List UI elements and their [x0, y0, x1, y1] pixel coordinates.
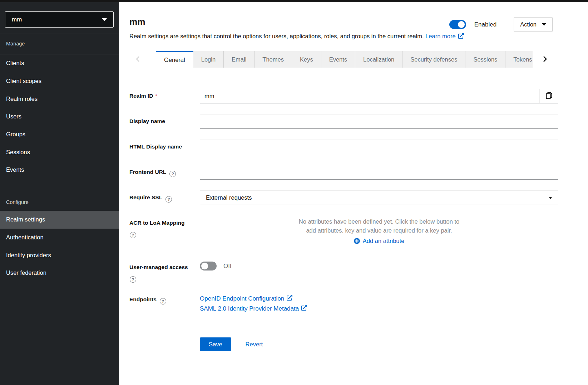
realm-settings-page: mm Manage ClientsClient scopesRealm role… — [0, 0, 588, 385]
help-icon[interactable]: ? — [165, 196, 172, 203]
masthead-edge — [0, 0, 588, 2]
tab-general[interactable]: General — [156, 51, 193, 68]
user-managed-access-row: User-managed access ? Off — [129, 260, 558, 283]
display-name-field-col — [200, 114, 558, 129]
action-dropdown-button[interactable]: Action — [514, 17, 553, 32]
sidebar-item-users[interactable]: Users — [0, 108, 119, 126]
page-description: Realm settings are settings that control… — [129, 33, 424, 39]
uma-toggle-field: Off — [200, 260, 558, 271]
page-header: mm Realm settings are settings that cont… — [119, 2, 588, 40]
tab-themes[interactable]: Themes — [254, 51, 292, 68]
caret-down-icon — [549, 197, 552, 199]
html-display-name-label: HTML Display name — [129, 143, 182, 150]
user-managed-access-label: User-managed access — [129, 264, 188, 270]
revert-button[interactable]: Revert — [246, 341, 263, 348]
display-name-row: Display name — [129, 114, 558, 129]
sidebar-item-authentication[interactable]: Authentication — [0, 229, 119, 247]
tabs-clip: GeneralLoginEmailThemesKeysEventsLocaliz… — [119, 51, 533, 68]
tabs-strip: GeneralLoginEmailThemesKeysEventsLocaliz… — [156, 51, 533, 68]
acr-to-loa-field-col: No attributes have been defined yet. Cli… — [200, 216, 558, 244]
form-actions: Save Revert — [129, 337, 558, 351]
tab-scroll-left-button[interactable] — [119, 51, 156, 68]
external-link-icon — [458, 33, 464, 40]
current-realm-name: mm — [12, 16, 22, 23]
nav-section-configure: Configure — [0, 179, 119, 211]
acr-to-loa-label: ACR to LoA Mapping — [129, 220, 184, 226]
save-button[interactable]: Save — [200, 337, 231, 351]
user-managed-access-toggle[interactable] — [200, 262, 217, 271]
endpoint-link-label: SAML 2.0 Identity Provider Metadata — [200, 305, 299, 312]
html-display-name-field-col — [200, 140, 558, 154]
endpoint-link-label: OpenID Endpoint Configuration — [200, 295, 284, 302]
endpoints-label: Endpoints — [129, 296, 157, 302]
realm-id-input[interactable] — [200, 89, 539, 103]
sidebar-item-events[interactable]: Events — [0, 161, 119, 179]
enabled-label: Enabled — [474, 21, 496, 28]
tab-keys[interactable]: Keys — [292, 51, 321, 68]
copy-button[interactable] — [539, 89, 558, 103]
tab-events[interactable]: Events — [321, 51, 355, 68]
tab-email[interactable]: Email — [223, 51, 254, 68]
uma-toggle-state: Off — [223, 263, 231, 270]
help-icon[interactable]: ? — [160, 298, 166, 304]
realm-id-label: Realm ID — [129, 93, 153, 99]
endpoint-link-saml-2-0-identity-provider-metadata[interactable]: SAML 2.0 Identity Provider Metadata — [200, 305, 558, 312]
acr-to-loa-label-col: ACR to LoA Mapping ? — [129, 216, 200, 244]
require-ssl-row: Require SSL? External requests — [129, 190, 558, 205]
endpoints-field-col: OpenID Endpoint ConfigurationSAML 2.0 Id… — [200, 294, 558, 312]
endpoint-link-openid-endpoint-configuration[interactable]: OpenID Endpoint Configuration — [200, 295, 558, 302]
help-icon[interactable]: ? — [130, 232, 136, 238]
sidebar-item-realm-settings[interactable]: Realm settings — [0, 211, 119, 229]
html-display-name-label-col: HTML Display name — [129, 140, 200, 154]
sidebar-item-clients[interactable]: Clients — [0, 54, 119, 72]
tab-security-defenses[interactable]: Security defenses — [402, 51, 465, 68]
realm-id-row: Realm ID* — [129, 89, 558, 103]
external-link-icon — [287, 295, 292, 302]
require-ssl-selected-value: External requests — [206, 194, 252, 201]
require-ssl-select[interactable]: External requests — [200, 190, 558, 205]
manage-nav-list: ClientsClient scopesRealm rolesUsersGrou… — [0, 54, 119, 179]
display-name-label-col: Display name — [129, 114, 200, 129]
frontend-url-label-col: Frontend URL? — [129, 165, 200, 180]
add-attribute-label: Add an attribute — [363, 238, 405, 244]
tab-tokens[interactable]: Tokens — [505, 51, 533, 68]
sidebar-item-groups[interactable]: Groups — [0, 126, 119, 143]
acr-empty-state-text: No attributes have been defined yet. Cli… — [295, 217, 463, 235]
tab-login[interactable]: Login — [193, 51, 223, 68]
learn-more-label: Learn more — [425, 33, 455, 39]
sidebar-item-client-scopes[interactable]: Client scopes — [0, 72, 119, 90]
html-display-name-row: HTML Display name — [129, 140, 558, 154]
sidebar: mm Manage ClientsClient scopesRealm role… — [0, 0, 119, 385]
realm-id-field-col — [200, 89, 558, 103]
acr-to-loa-row: ACR to LoA Mapping ? No attributes have … — [129, 216, 558, 244]
configure-nav-list: Realm settingsAuthenticationIdentity pro… — [0, 211, 119, 282]
realm-id-input-group — [200, 89, 558, 103]
add-attribute-link[interactable]: Add an attribute — [295, 238, 463, 244]
endpoint-links: OpenID Endpoint ConfigurationSAML 2.0 Id… — [200, 294, 558, 312]
learn-more-link[interactable]: Learn more — [425, 33, 464, 39]
display-name-input[interactable] — [200, 114, 558, 129]
sidebar-item-sessions[interactable]: Sessions — [0, 143, 119, 161]
help-icon[interactable]: ? — [130, 276, 136, 283]
realm-enabled-toggle[interactable] — [449, 20, 466, 29]
help-icon[interactable]: ? — [169, 171, 176, 177]
sidebar-item-realm-roles[interactable]: Realm roles — [0, 90, 119, 108]
toggle-knob — [458, 21, 465, 28]
frontend-url-field-col — [200, 165, 558, 180]
frontend-url-input[interactable] — [200, 165, 558, 180]
require-ssl-field-col: External requests — [200, 190, 558, 205]
html-display-name-input[interactable] — [200, 140, 558, 154]
general-settings-form: Realm ID* Display name — [119, 68, 588, 351]
copy-icon — [546, 92, 552, 100]
realm-selector-dropdown[interactable]: mm — [5, 11, 114, 28]
tab-scroll-right-button[interactable] — [533, 51, 558, 68]
required-indicator: * — [155, 93, 157, 99]
endpoints-label-col: Endpoints? — [129, 294, 200, 312]
sidebar-item-identity-providers[interactable]: Identity providers — [0, 246, 119, 264]
nav-section-manage: Manage — [0, 34, 119, 54]
plus-circle-icon — [354, 238, 360, 244]
tab-sessions[interactable]: Sessions — [465, 51, 505, 68]
tab-localization[interactable]: Localization — [355, 51, 402, 68]
header-controls: Enabled Action — [449, 17, 553, 32]
sidebar-item-user-federation[interactable]: User federation — [0, 264, 119, 282]
